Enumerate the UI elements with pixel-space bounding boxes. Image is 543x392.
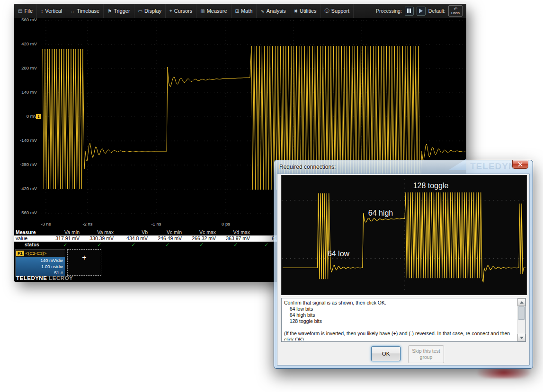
- status-check-icon: ✓: [219, 242, 253, 248]
- cursors-icon: ⌖: [169, 8, 172, 14]
- undo-button[interactable]: ↶ Undo: [448, 5, 463, 17]
- menu-cursors[interactable]: ⌖Cursors: [166, 4, 196, 18]
- measure-column-header: Vd max: [219, 229, 253, 235]
- menu-file[interactable]: ▤File: [14, 4, 37, 18]
- measure-column-header: Vc max: [185, 229, 219, 235]
- arrow-down-icon: [520, 337, 524, 339]
- scrollbar[interactable]: [517, 298, 525, 341]
- display-icon: ▭: [138, 9, 142, 14]
- menu-label-math: Math: [241, 8, 252, 14]
- menu-support[interactable]: ⓘSupport: [321, 4, 354, 18]
- trace-horizontal-scale: 1.00 ns/div: [16, 264, 63, 269]
- add-trace-box[interactable]: +: [67, 249, 101, 276]
- y-axis-label: 420 mV: [14, 41, 37, 47]
- dialog-text-line: 64 low bits: [284, 306, 516, 312]
- undo-button-label: Undo: [451, 11, 460, 15]
- dialog-instruction-text: Confirm that signal is as shown, then cl…: [284, 300, 516, 340]
- dialog-waveform-image: 128 toggle 64 high 64 low: [281, 175, 527, 295]
- ok-button[interactable]: OK: [371, 346, 401, 361]
- measure-value: 330.39 mV: [82, 235, 116, 242]
- trace-source: <(C2-C3)>: [26, 251, 47, 256]
- dialog-text-line: 64 high bits: [284, 312, 516, 318]
- y-axis-label: 280 mV: [14, 65, 37, 71]
- y-axis-label: -140 mV: [14, 138, 37, 143]
- menu-label-timebase: Timebase: [77, 8, 99, 14]
- scroll-up-button[interactable]: [517, 298, 525, 306]
- menu-label-trigger: Trigger: [114, 8, 130, 14]
- menu-math[interactable]: ⊞Math: [231, 4, 257, 18]
- utilities-icon: ✖: [294, 9, 298, 14]
- close-icon: [518, 162, 523, 166]
- pause-icon: [407, 9, 411, 13]
- trace-vertical-scale: 140 mV/div: [16, 258, 63, 263]
- x-axis-label: -1 ns: [144, 221, 168, 226]
- dialog-text-line: Confirm that signal is as shown, then cl…: [284, 300, 516, 306]
- menu-timebase[interactable]: ↔Timebase: [66, 4, 104, 18]
- status-check-icon: ✓: [116, 242, 151, 248]
- play-icon: [419, 9, 423, 13]
- measure-header-row: MeasureVa minVa maxVbVc minVc maxVd max: [14, 229, 317, 235]
- annotation-64-high: 64 high: [368, 209, 393, 218]
- annotation-128-toggle: 128 toggle: [413, 182, 449, 190]
- dialog-body: 128 toggle 64 high 64 low Confirm that s…: [277, 174, 530, 366]
- desktop: ▤File↕Vertical↔Timebase⚑Trigger▭Display⌖…: [0, 0, 543, 392]
- menu-label-vertical: Vertical: [45, 8, 62, 14]
- measure-status-row: status✓✓✓✓✓✓✓: [14, 242, 317, 248]
- menu-label-cursors: Cursors: [174, 8, 193, 14]
- annotation-64-low: 64 low: [328, 250, 349, 258]
- dialog-text-line: 128 toggle bits: [284, 318, 516, 324]
- measure-column-header: Vc min: [151, 229, 185, 235]
- y-axis-label: 0 mV: [14, 113, 37, 119]
- vertical-icon: ↕: [41, 9, 43, 14]
- menu-label-measure: Measure: [207, 8, 227, 14]
- teledyne-lecroy-wordmark: TELEDYNELECROY: [16, 275, 73, 281]
- arrow-up-icon: [520, 301, 524, 304]
- measure-icon: ▥: [200, 9, 205, 14]
- status-check-icon: ✓: [82, 242, 116, 248]
- menu-utilities[interactable]: ✖Utilities: [290, 4, 321, 18]
- file-icon: ▤: [18, 9, 22, 14]
- default-label: Default:: [428, 8, 445, 14]
- measure-column-header: Va min: [48, 229, 82, 235]
- dialog-waveform-svg: [282, 175, 526, 295]
- processing-label: Processing:: [376, 8, 402, 14]
- x-axis-label: -3 ns: [34, 221, 58, 226]
- menu-vertical[interactable]: ↕Vertical: [37, 4, 66, 18]
- menu-bar: ▤File↕Vertical↔Timebase⚑Trigger▭Display⌖…: [14, 4, 466, 18]
- menu-trigger[interactable]: ⚑Trigger: [104, 4, 134, 18]
- dialog-titlebar[interactable]: Required connections:: [274, 160, 533, 174]
- measure-title: Measure: [14, 229, 48, 235]
- menu-display[interactable]: ▭Display: [134, 4, 166, 18]
- menu-measure[interactable]: ▥Measure: [196, 4, 231, 18]
- measure-value: -317.91 mV: [48, 235, 82, 242]
- menu-analysis[interactable]: ∿Analysis: [257, 4, 290, 18]
- scroll-down-button[interactable]: [517, 334, 525, 341]
- brand-lecroy: LECROY: [49, 275, 73, 281]
- scroll-thumb[interactable]: [518, 306, 525, 320]
- measure-value: 434.8 mV: [116, 235, 151, 242]
- menu-label-utilities: Utilities: [300, 8, 316, 14]
- measure-column-header: Va max: [82, 229, 116, 235]
- dialog-instructions[interactable]: Confirm that signal is as shown, then cl…: [281, 298, 526, 342]
- trace-descriptor-body: 140 mV/div 1.00 ns/div 51 #: [16, 257, 65, 276]
- measure-value-row: value-317.91 mV330.39 mV434.8 mV-246.49 …: [14, 235, 317, 242]
- trace-descriptor-header: F1 <(C2-C3)>: [16, 250, 65, 257]
- status-check-icon: ✓: [185, 242, 219, 248]
- timebase-icon: ↔: [70, 9, 75, 14]
- status-check-icon: ✓: [151, 242, 185, 248]
- skip-test-group-button[interactable]: Skip this test group: [408, 345, 444, 363]
- trace-descriptor-f1[interactable]: F1 <(C2-C3)> 140 mV/div 1.00 ns/div 51 #: [15, 249, 65, 277]
- dialog-text-line: [284, 324, 516, 331]
- trigger-level-marker[interactable]: 1: [36, 114, 41, 119]
- menu-label-support: Support: [331, 8, 350, 14]
- brand-teledyne: TELEDYNE: [16, 275, 47, 281]
- measure-value-label: value: [14, 235, 48, 242]
- pause-button[interactable]: [405, 7, 414, 16]
- dialog-trace: [283, 192, 525, 282]
- menu-label-file: File: [24, 8, 33, 14]
- menu-label-display: Display: [144, 8, 161, 14]
- x-axis-label: 0 ps: [214, 221, 238, 226]
- play-button[interactable]: [417, 7, 426, 16]
- support-icon: ⓘ: [325, 8, 329, 14]
- close-button[interactable]: [512, 160, 528, 169]
